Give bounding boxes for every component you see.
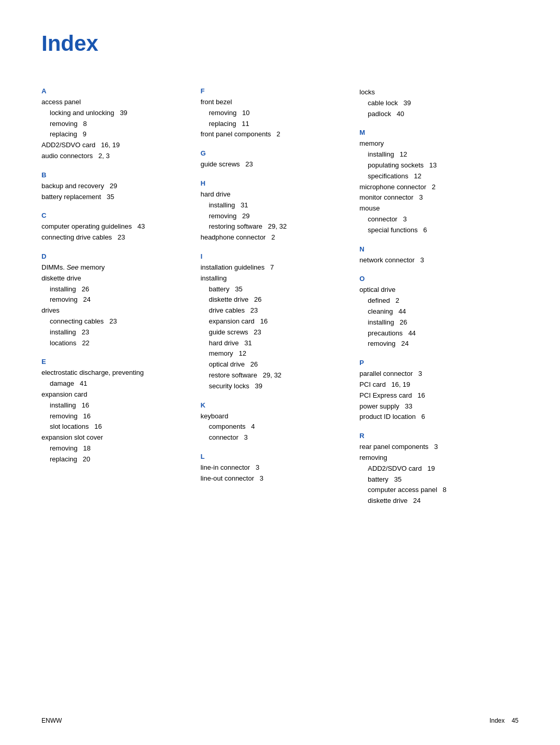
section-m: M memory installing 12 populating socket… xyxy=(359,129,508,235)
section-letter-n: N xyxy=(359,245,508,253)
section-f: F front bezel removing 10 replacing 11 f… xyxy=(201,87,349,140)
entry: removing xyxy=(359,453,508,463)
section-n: N network connector 3 xyxy=(359,245,508,266)
entry: ADD2/SDVO card 19 xyxy=(359,463,508,474)
entry: removing 8 xyxy=(41,119,190,130)
page-footer: ENWW Index 45 xyxy=(41,717,519,724)
entry: damage 41 xyxy=(41,378,190,389)
entry: mouse xyxy=(359,203,508,214)
entry: PCI Express card 16 xyxy=(359,390,508,401)
column-1: A access panel locking and unlocking 39 … xyxy=(41,87,201,516)
entry: battery 35 xyxy=(359,474,508,485)
entry: memory 12 xyxy=(201,348,349,359)
section-letter-b: B xyxy=(41,171,190,179)
footer-left: ENWW xyxy=(41,717,62,724)
entry: slot locations 16 xyxy=(41,421,190,432)
entry: diskette drive 26 xyxy=(201,294,349,305)
entry: restoring software 29, 32 xyxy=(201,221,349,232)
entry: guide screws 23 xyxy=(201,159,349,170)
column-2: F front bezel removing 10 replacing 11 f… xyxy=(201,87,360,516)
entry: special functions 6 xyxy=(359,225,508,236)
section-d: D DIMMs. See memory diskette drive insta… xyxy=(41,252,190,348)
entry: installing 26 xyxy=(41,284,190,295)
section-r: R rear panel components 3 removing ADD2/… xyxy=(359,432,508,507)
entry: memory xyxy=(359,138,508,149)
entry: battery replacement 35 xyxy=(41,192,190,203)
entry: installing 23 xyxy=(41,327,190,338)
section-i: I installation guidelines 7 installing b… xyxy=(201,252,349,392)
page-title: Index xyxy=(41,31,519,56)
entry: expansion slot cover xyxy=(41,432,190,443)
entry: installing xyxy=(201,273,349,284)
entry: access panel xyxy=(41,97,190,108)
entry: computer access panel 8 xyxy=(359,485,508,496)
section-o: O optical drive defined 2 cleaning 44 in… xyxy=(359,275,508,349)
entry: specifications 12 xyxy=(359,171,508,182)
entry: drive cables 23 xyxy=(201,305,349,316)
entry: power supply 33 xyxy=(359,401,508,412)
entry: line-in connector 3 xyxy=(201,462,349,473)
entry: removing 10 xyxy=(201,108,349,119)
entry: connector 3 xyxy=(359,214,508,225)
entry: diskette drive xyxy=(41,273,190,284)
section-letter-e: E xyxy=(41,358,190,366)
entry: defined 2 xyxy=(359,296,508,306)
entry: optical drive 26 xyxy=(201,359,349,370)
entry: product ID location 6 xyxy=(359,412,508,423)
entry: security locks 39 xyxy=(201,381,349,392)
entry: battery 35 xyxy=(201,284,349,295)
entry: front bezel xyxy=(201,97,349,108)
entry: guide screws 23 xyxy=(201,327,349,338)
entry: computer operating guidelines 43 xyxy=(41,221,190,232)
section-letter-i: I xyxy=(201,252,349,260)
entry: monitor connector 3 xyxy=(359,192,508,203)
entry: installing 16 xyxy=(41,400,190,411)
section-e: E electrostatic discharge, preventing da… xyxy=(41,358,190,465)
entry: installing 12 xyxy=(359,149,508,160)
entry: expansion card 16 xyxy=(201,316,349,327)
entry: connector 3 xyxy=(201,432,349,443)
section-g: G guide screws 23 xyxy=(201,149,349,170)
entry: drives xyxy=(41,305,190,316)
entry: locations 22 xyxy=(41,338,190,349)
section-letter-o: O xyxy=(359,275,508,283)
section-k: K keyboard components 4 connector 3 xyxy=(201,401,349,443)
entry: network connector 3 xyxy=(359,255,508,266)
entry: replacing 9 xyxy=(41,129,190,140)
entry: hard drive 31 xyxy=(201,338,349,349)
entry: installation guidelines 7 xyxy=(201,262,349,273)
section-letter-g: G xyxy=(201,149,349,157)
section-letter-m: M xyxy=(359,129,508,136)
section-l: L line-in connector 3 line-out connector… xyxy=(201,453,349,484)
entry: connecting cables 23 xyxy=(41,316,190,327)
entry: removing 18 xyxy=(41,443,190,454)
entry: parallel connector 3 xyxy=(359,369,508,379)
entry: installing 31 xyxy=(201,200,349,211)
column-3: locks cable lock 39 padlock 40 M memory … xyxy=(359,87,519,516)
entry: audio connectors 2, 3 xyxy=(41,151,190,162)
entry: rear panel components 3 xyxy=(359,442,508,453)
entry: replacing 11 xyxy=(201,119,349,130)
entry: front panel components 2 xyxy=(201,129,349,140)
entry: removing 16 xyxy=(41,411,190,422)
entry: cleaning 44 xyxy=(359,306,508,317)
section-letter-p: P xyxy=(359,359,508,367)
section-letter-l: L xyxy=(201,453,349,460)
entry: PCI card 16, 19 xyxy=(359,379,508,390)
section-c: C computer operating guidelines 43 conne… xyxy=(41,212,190,243)
entry: DIMMs. See memory xyxy=(41,262,190,273)
section-letter-d: D xyxy=(41,252,190,260)
entry: removing 24 xyxy=(359,339,508,349)
entry: optical drive xyxy=(359,285,508,296)
section-letter-a: A xyxy=(41,87,190,95)
section-letter-h: H xyxy=(201,179,349,187)
section-letter-f: F xyxy=(201,87,349,95)
entry: line-out connector 3 xyxy=(201,473,349,484)
entry: microphone connector 2 xyxy=(359,182,508,193)
entry: hard drive xyxy=(201,189,349,200)
entry: expansion card xyxy=(41,389,190,400)
entry: diskette drive 24 xyxy=(359,496,508,507)
section-b: B backup and recovery 29 battery replace… xyxy=(41,171,190,203)
section-letter-k: K xyxy=(201,401,349,409)
entry: removing 29 xyxy=(201,211,349,222)
